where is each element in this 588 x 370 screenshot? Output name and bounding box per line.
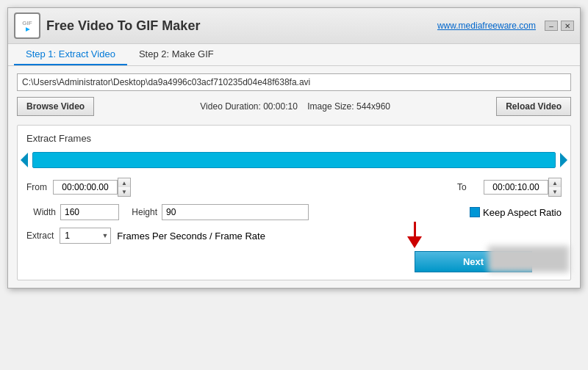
title-bar: GIF ▶ Free Video To GIF Maker www.mediaf… [8,8,580,44]
controls-row: Browse Video Video Duration: 00:00:10 Im… [17,97,571,116]
to-time-display: 00:00:10.00 ▲ ▼ [484,178,562,197]
height-input[interactable] [162,204,309,220]
close-button[interactable]: ✕ [561,21,574,31]
to-time-input[interactable]: 00:00:10.00 [484,180,548,195]
reload-video-button[interactable]: Reload Video [496,97,571,116]
width-input[interactable] [60,204,119,220]
extract-select-wrapper: 1 2 3 5 10 15 20 25 30 ▼ [60,228,111,244]
app-icon: GIF ▶ [14,12,40,39]
frames-per-second-label: Frames Per Seconds / Frame Rate [117,231,265,242]
to-label: To [457,182,479,192]
extract-frames-section: Extract Frames From 00:00:00.00 [17,125,571,280]
from-spin-down[interactable]: ▼ [118,187,130,196]
from-spin-buttons: ▲ ▼ [118,178,131,197]
width-label: Width [26,207,56,217]
window-controls: – ✕ [545,21,574,31]
width-group: Width [26,204,119,220]
tab-extract-video[interactable]: Step 1: Extract Video [14,44,127,65]
to-group: To 00:00:10.00 ▲ ▼ [457,178,562,197]
next-row: Next [26,251,562,272]
to-spin-up[interactable]: ▲ [549,178,561,187]
to-spin-buttons: ▲ ▼ [548,178,562,197]
aspect-ratio-checkbox[interactable] [470,207,480,217]
title-bar-left: GIF ▶ Free Video To GIF Maker [14,12,200,39]
slider-container [26,150,562,170]
from-label: From [26,182,49,192]
section-title: Extract Frames [26,133,562,144]
extract-row: Extract 1 2 3 5 10 15 20 25 30 ▼ F [26,228,562,244]
from-spin-up[interactable]: ▲ [118,178,130,187]
aspect-ratio-group: Keep Aspect Ratio [470,207,562,218]
slider-track[interactable] [32,152,556,168]
browse-video-button[interactable]: Browse Video [17,97,94,116]
time-row: From 00:00:00.00 ▲ ▼ To [26,178,562,197]
height-group: Height [128,204,309,220]
slider-left-handle[interactable] [21,153,28,167]
file-path-input[interactable] [17,73,571,91]
tab-make-gif[interactable]: Step 2: Make GIF [127,44,226,65]
image-size-label: Image Size: [307,101,354,112]
blurred-area [488,246,569,272]
from-group: From 00:00:00.00 ▲ ▼ [26,178,131,197]
image-size-value: 544x960 [356,101,390,112]
video-info: Video Duration: 00:00:10 Image Size: 544… [103,101,487,112]
minimize-button[interactable]: – [545,21,558,31]
website-link[interactable]: www.mediafreeware.com [437,21,536,31]
app-title: Free Video To GIF Maker [46,18,200,34]
video-duration-label: Video Duration: [200,101,261,112]
video-duration-value: 00:00:10 [263,101,298,112]
from-time-input[interactable]: 00:00:00.00 [53,180,118,195]
main-window: GIF ▶ Free Video To GIF Maker www.mediaf… [7,7,581,289]
dimensions-row: Width Height Keep Aspect Ratio [26,204,562,220]
extract-label: Extract [26,231,54,241]
main-content: Browse Video Video Duration: 00:00:10 Im… [8,66,580,288]
aspect-ratio-label: Keep Aspect Ratio [483,207,562,218]
tabs-bar: Step 1: Extract Video Step 2: Make GIF [8,44,580,66]
height-label: Height [128,207,157,217]
title-bar-right: www.mediafreeware.com – ✕ [437,21,574,31]
to-spin-down[interactable]: ▼ [549,187,561,196]
slider-right-handle[interactable] [560,153,567,167]
from-time-display: 00:00:00.00 ▲ ▼ [53,178,131,197]
extract-select[interactable]: 1 2 3 5 10 15 20 25 30 [60,228,111,244]
file-path-row [17,73,571,91]
